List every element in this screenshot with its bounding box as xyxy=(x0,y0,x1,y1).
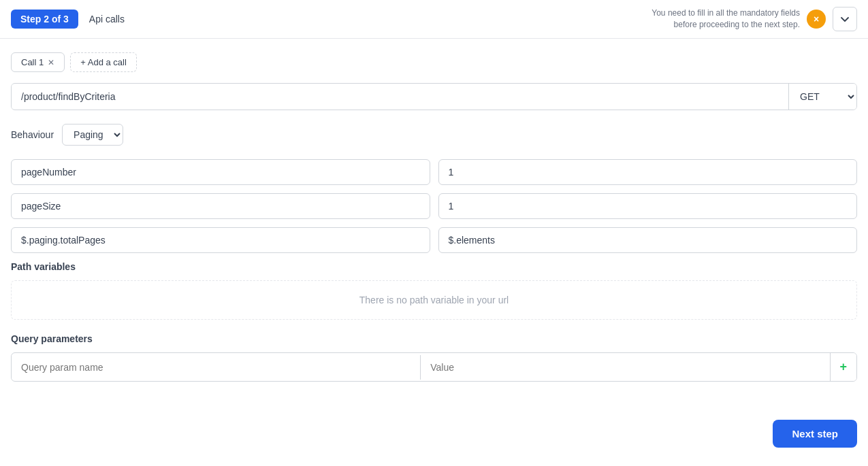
add-call-button[interactable]: + Add a call xyxy=(70,52,137,72)
page-number-left-input[interactable] xyxy=(11,159,430,185)
page-size-left-input[interactable] xyxy=(11,193,430,219)
page-size-right-input[interactable] xyxy=(438,193,858,219)
add-query-param-button[interactable]: + xyxy=(830,353,857,381)
url-input[interactable] xyxy=(12,84,788,109)
total-pages-input[interactable] xyxy=(11,227,430,253)
behaviour-label: Behaviour xyxy=(11,129,54,140)
main-content: Call 1 ✕ + Add a call GET POST PUT DELET… xyxy=(0,39,868,395)
next-step-button[interactable]: Next step xyxy=(773,420,857,448)
url-row: GET POST PUT DELETE PATCH xyxy=(11,83,857,110)
method-select[interactable]: GET POST PUT DELETE PATCH xyxy=(788,84,856,110)
header-left: Step 2 of 3 Api calls xyxy=(11,10,125,29)
api-calls-label: Api calls xyxy=(89,14,125,24)
close-button[interactable]: × xyxy=(807,10,826,29)
chevron-down-icon xyxy=(840,14,850,24)
tab-label: Call 1 xyxy=(21,57,44,67)
chevron-down-button[interactable] xyxy=(833,7,857,31)
page-footer: Next step xyxy=(0,409,868,459)
behaviour-row: Behaviour Paging Single List xyxy=(11,124,857,146)
page-number-right-input[interactable] xyxy=(438,159,858,185)
paging-row-3 xyxy=(11,227,857,253)
tab-close-icon[interactable]: ✕ xyxy=(48,58,54,67)
paging-row-1 xyxy=(11,159,857,185)
header-right: You need to fill in all the mandatory fi… xyxy=(650,7,857,31)
query-parameters-title: Query parameters xyxy=(11,333,857,344)
tab-call-1[interactable]: Call 1 ✕ xyxy=(11,52,65,72)
query-name-input[interactable] xyxy=(12,355,420,380)
paging-row-2 xyxy=(11,193,857,219)
step-badge: Step 2 of 3 xyxy=(11,10,78,29)
behaviour-select[interactable]: Paging Single List xyxy=(62,124,123,146)
page-header: Step 2 of 3 Api calls You need to fill i… xyxy=(0,0,868,39)
path-variables-empty: There is no path variable in your url xyxy=(11,280,857,320)
query-row: + xyxy=(11,352,857,382)
query-value-input[interactable] xyxy=(420,355,829,380)
elements-input[interactable] xyxy=(438,227,858,253)
path-variables-title: Path variables xyxy=(11,261,857,272)
warning-text: You need to fill in all the mandatory fi… xyxy=(650,7,800,31)
tabs-row: Call 1 ✕ + Add a call xyxy=(11,52,857,72)
